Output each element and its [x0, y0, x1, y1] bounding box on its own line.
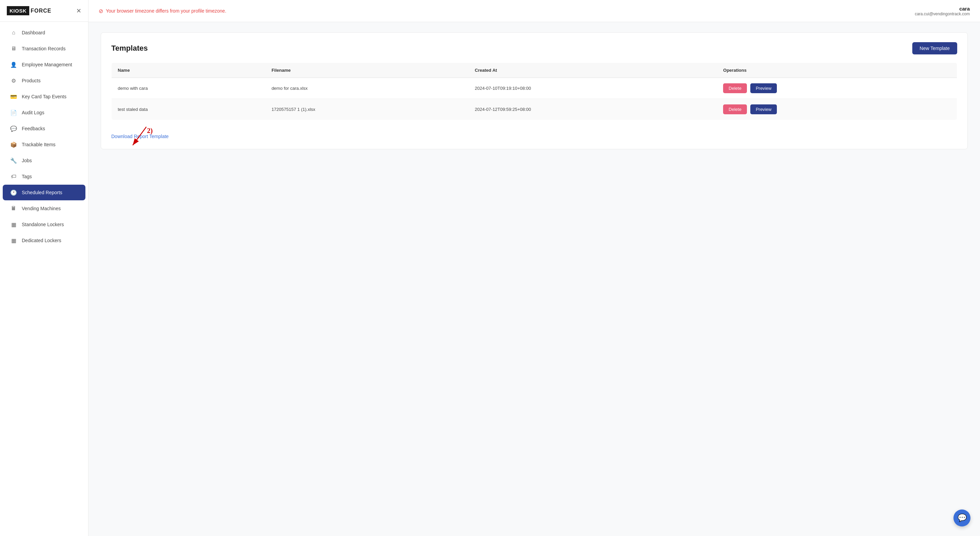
scheduled-reports-icon: 🕐	[10, 189, 17, 196]
cell-name-1: test staled data	[111, 99, 266, 120]
timezone-warning-text: Your browser timezone differs from your …	[106, 8, 226, 14]
sidebar-label-dashboard: Dashboard	[22, 30, 45, 35]
sidebar-item-dedicated-lockers[interactable]: ▦Dedicated Lockers	[3, 233, 86, 248]
sidebar-item-employee-management[interactable]: 👤Employee Management	[3, 57, 86, 73]
sidebar-label-transaction-records: Transaction Records	[22, 46, 66, 51]
sidebar-label-products: Products	[22, 78, 40, 83]
templates-card: Templates New Template Name Filename Cre…	[101, 32, 968, 149]
sidebar-label-feedbacks: Feedbacks	[22, 126, 45, 131]
main-area: ⊘ Your browser timezone differs from you…	[89, 0, 980, 536]
col-operations: Operations	[717, 63, 957, 78]
logo-force: FORCE	[30, 8, 51, 14]
col-name: Name	[111, 63, 266, 78]
nav-list: ⌂Dashboard🖥Transaction Records👤Employee …	[0, 22, 88, 536]
chat-icon: 💬	[958, 514, 967, 522]
sidebar-item-tags[interactable]: 🏷Tags	[3, 169, 86, 184]
cell-created-at-0: 2024-07-10T09:19:10+08:00	[469, 78, 717, 99]
vending-machines-icon: 🖩	[10, 205, 17, 212]
delete-button-1[interactable]: Delete	[723, 105, 747, 114]
dashboard-icon: ⌂	[10, 29, 17, 36]
warning-icon: ⊘	[99, 8, 103, 14]
page-title: Templates	[111, 44, 148, 53]
delete-button-0[interactable]: Delete	[723, 83, 747, 93]
sidebar-label-trackable-items: Trackable Items	[22, 142, 56, 147]
sidebar-close-button[interactable]: ✕	[76, 7, 81, 14]
sidebar-item-audit-logs[interactable]: 📄Audit Logs	[3, 105, 86, 121]
user-info: cara cara.cui@vendingontrack.com	[915, 6, 970, 16]
sidebar-label-key-card-tap-events: Key Card Tap Events	[22, 94, 66, 99]
preview-button-0[interactable]: Preview	[750, 83, 777, 93]
sidebar-item-standalone-lockers[interactable]: ▦Standalone Lockers	[3, 217, 86, 232]
table-header-row: Name Filename Created At Operations	[111, 63, 957, 78]
download-report-template-link[interactable]: Download Report Template	[111, 134, 169, 139]
sidebar-item-products[interactable]: ⚙Products	[3, 73, 86, 89]
cell-operations-1: DeletePreview	[717, 99, 957, 120]
sidebar: KIOSK FORCE ✕ ⌂Dashboard🖥Transaction Rec…	[0, 0, 89, 536]
sidebar-item-vending-machines[interactable]: 🖩Vending Machines	[3, 201, 86, 216]
chat-bubble[interactable]: 💬	[953, 509, 970, 526]
templates-table: Name Filename Created At Operations demo…	[111, 63, 957, 120]
sidebar-label-scheduled-reports: Scheduled Reports	[22, 190, 62, 195]
user-email: cara.cui@vendingontrack.com	[915, 11, 970, 16]
sidebar-label-vending-machines: Vending Machines	[22, 206, 60, 211]
ops-cell-1: DeletePreview	[723, 105, 951, 114]
sidebar-item-dashboard[interactable]: ⌂Dashboard	[3, 25, 86, 40]
employee-management-icon: 👤	[10, 61, 17, 68]
cell-name-0: demo with cara	[111, 78, 266, 99]
sidebar-label-standalone-lockers: Standalone Lockers	[22, 222, 64, 227]
logo: KIOSK FORCE	[7, 6, 51, 15]
tags-icon: 🏷	[10, 173, 17, 180]
table-row: test staled data1720575157 1 (1).xlsx202…	[111, 99, 957, 120]
cell-filename-1: 1720575157 1 (1).xlsx	[266, 99, 469, 120]
feedbacks-icon: 💬	[10, 125, 17, 132]
new-template-button[interactable]: New Template	[912, 42, 957, 54]
sidebar-label-jobs: Jobs	[22, 158, 32, 163]
sidebar-label-tags: Tags	[22, 174, 32, 179]
user-name: cara	[915, 6, 970, 11]
key-card-tap-events-icon: 💳	[10, 93, 17, 100]
sidebar-label-audit-logs: Audit Logs	[22, 110, 44, 115]
jobs-icon: 🔧	[10, 157, 17, 164]
table-row: demo with carademo for cara.xlsx2024-07-…	[111, 78, 957, 99]
transaction-records-icon: 🖥	[10, 45, 17, 52]
cell-filename-0: demo for cara.xlsx	[266, 78, 469, 99]
cell-operations-0: DeletePreview	[717, 78, 957, 99]
sidebar-item-trackable-items[interactable]: 📦Trackable Items	[3, 137, 86, 152]
sidebar-label-employee-management: Employee Management	[22, 62, 72, 67]
sidebar-item-jobs[interactable]: 🔧Jobs	[3, 153, 86, 168]
preview-button-1[interactable]: Preview	[750, 105, 777, 114]
content-area: Templates New Template Name Filename Cre…	[89, 22, 980, 536]
standalone-lockers-icon: ▦	[10, 221, 17, 228]
cell-created-at-1: 2024-07-12T09:59:25+08:00	[469, 99, 717, 120]
card-header: Templates New Template	[111, 42, 957, 54]
topbar: ⊘ Your browser timezone differs from you…	[89, 0, 980, 22]
products-icon: ⚙	[10, 77, 17, 84]
sidebar-item-scheduled-reports[interactable]: 🕐Scheduled Reports	[3, 185, 86, 200]
download-section: Download Report Template 2)	[111, 127, 169, 140]
col-filename: Filename	[266, 63, 469, 78]
dedicated-lockers-icon: ▦	[10, 237, 17, 244]
trackable-items-icon: 📦	[10, 141, 17, 148]
logo-kiosk: KIOSK	[7, 6, 29, 15]
ops-cell-0: DeletePreview	[723, 83, 951, 93]
sidebar-header: KIOSK FORCE ✕	[0, 0, 88, 22]
timezone-warning: ⊘ Your browser timezone differs from you…	[99, 8, 226, 14]
sidebar-item-transaction-records[interactable]: 🖥Transaction Records	[3, 41, 86, 57]
sidebar-item-key-card-tap-events[interactable]: 💳Key Card Tap Events	[3, 89, 86, 105]
sidebar-label-dedicated-lockers: Dedicated Lockers	[22, 238, 61, 243]
col-created-at: Created At	[469, 63, 717, 78]
audit-logs-icon: 📄	[10, 109, 17, 116]
sidebar-item-feedbacks[interactable]: 💬Feedbacks	[3, 121, 86, 136]
